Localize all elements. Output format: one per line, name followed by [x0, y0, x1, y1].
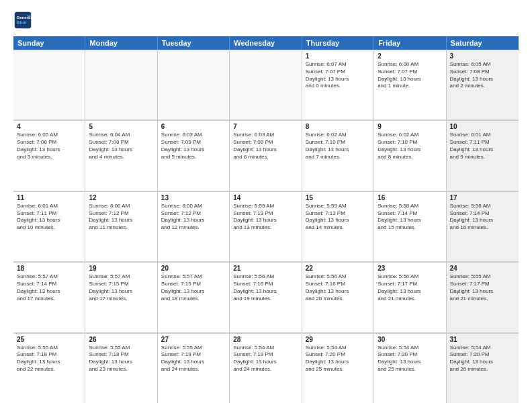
day-info: Sunrise: 5:58 AM Sunset: 7:14 PM Dayligh…	[378, 203, 442, 232]
day-cell-20: 20Sunrise: 5:57 AM Sunset: 7:15 PM Dayli…	[158, 262, 230, 332]
day-info: Sunrise: 5:55 AM Sunset: 7:18 PM Dayligh…	[89, 345, 153, 373]
day-info: Sunrise: 6:01 AM Sunset: 7:11 PM Dayligh…	[17, 203, 81, 232]
calendar-row-0: 1Sunrise: 6:07 AM Sunset: 7:07 PM Daylig…	[13, 50, 519, 120]
day-cell-10: 10Sunrise: 6:01 AM Sunset: 7:11 PM Dayli…	[447, 120, 519, 190]
day-number: 19	[89, 265, 153, 272]
day-number: 2	[378, 52, 442, 60]
day-cell-31: 31Sunrise: 5:54 AM Sunset: 7:20 PM Dayli…	[447, 333, 519, 403]
day-info: Sunrise: 5:57 AM Sunset: 7:14 PM Dayligh…	[17, 273, 81, 302]
day-number: 4	[17, 123, 81, 130]
calendar-row-2: 11Sunrise: 6:01 AM Sunset: 7:11 PM Dayli…	[13, 191, 519, 262]
day-number: 30	[378, 336, 442, 343]
calendar-row-3: 18Sunrise: 5:57 AM Sunset: 7:14 PM Dayli…	[13, 262, 519, 332]
day-info: Sunrise: 6:03 AM Sunset: 7:09 PM Dayligh…	[161, 132, 226, 161]
day-cell-6: 6Sunrise: 6:03 AM Sunset: 7:09 PM Daylig…	[158, 120, 230, 190]
calendar-body: 1Sunrise: 6:07 AM Sunset: 7:07 PM Daylig…	[13, 50, 519, 403]
day-cell-22: 22Sunrise: 5:56 AM Sunset: 7:16 PM Dayli…	[302, 262, 374, 332]
day-cell-5: 5Sunrise: 6:04 AM Sunset: 7:08 PM Daylig…	[85, 120, 157, 190]
day-number: 7	[233, 123, 298, 130]
day-info: Sunrise: 5:57 AM Sunset: 7:15 PM Dayligh…	[161, 273, 226, 302]
day-number: 18	[17, 265, 81, 272]
day-number: 17	[450, 194, 515, 201]
day-cell-11: 11Sunrise: 6:01 AM Sunset: 7:11 PM Dayli…	[13, 191, 85, 261]
day-info: Sunrise: 5:55 AM Sunset: 7:17 PM Dayligh…	[450, 273, 515, 302]
day-cell-28: 28Sunrise: 5:54 AM Sunset: 7:19 PM Dayli…	[230, 333, 302, 403]
day-number: 5	[89, 123, 153, 130]
day-cell-26: 26Sunrise: 5:55 AM Sunset: 7:18 PM Dayli…	[85, 333, 157, 403]
day-number: 23	[378, 265, 442, 272]
weekday-header-sunday: Sunday	[13, 36, 85, 50]
day-cell-14: 14Sunrise: 5:59 AM Sunset: 7:13 PM Dayli…	[230, 191, 302, 261]
day-cell-2: 2Sunrise: 6:06 AM Sunset: 7:07 PM Daylig…	[374, 50, 446, 120]
header: General Blue	[13, 11, 519, 30]
day-number: 16	[378, 194, 442, 201]
day-info: Sunrise: 6:00 AM Sunset: 7:12 PM Dayligh…	[161, 203, 226, 232]
day-cell-18: 18Sunrise: 5:57 AM Sunset: 7:14 PM Dayli…	[13, 262, 85, 332]
day-info: Sunrise: 5:55 AM Sunset: 7:18 PM Dayligh…	[17, 345, 81, 373]
day-info: Sunrise: 5:55 AM Sunset: 7:19 PM Dayligh…	[161, 345, 226, 373]
page: General Blue SundayMondayTuesdayWednesda…	[0, 0, 532, 411]
calendar: SundayMondayTuesdayWednesdayThursdayFrid…	[13, 36, 519, 403]
weekday-header-saturday: Saturday	[447, 36, 519, 50]
day-cell-13: 13Sunrise: 6:00 AM Sunset: 7:12 PM Dayli…	[158, 191, 230, 261]
weekday-header-tuesday: Tuesday	[158, 36, 230, 50]
day-info: Sunrise: 6:03 AM Sunset: 7:09 PM Dayligh…	[233, 132, 298, 161]
day-cell-17: 17Sunrise: 5:58 AM Sunset: 7:14 PM Dayli…	[447, 191, 519, 261]
day-info: Sunrise: 6:01 AM Sunset: 7:11 PM Dayligh…	[450, 132, 515, 161]
day-cell-3: 3Sunrise: 6:05 AM Sunset: 7:08 PM Daylig…	[447, 50, 519, 120]
logo-icon: General Blue	[13, 11, 32, 30]
day-cell-9: 9Sunrise: 6:02 AM Sunset: 7:10 PM Daylig…	[374, 120, 446, 190]
day-number: 27	[161, 336, 226, 343]
weekday-header-monday: Monday	[85, 36, 157, 50]
day-cell-4: 4Sunrise: 6:05 AM Sunset: 7:08 PM Daylig…	[13, 120, 85, 190]
day-info: Sunrise: 6:04 AM Sunset: 7:08 PM Dayligh…	[89, 132, 153, 161]
logo: General Blue	[13, 11, 36, 30]
calendar-row-4: 25Sunrise: 5:55 AM Sunset: 7:18 PM Dayli…	[13, 333, 519, 403]
day-info: Sunrise: 6:05 AM Sunset: 7:08 PM Dayligh…	[450, 61, 515, 90]
svg-text:Blue: Blue	[16, 20, 26, 25]
calendar-row-1: 4Sunrise: 6:05 AM Sunset: 7:08 PM Daylig…	[13, 120, 519, 191]
day-info: Sunrise: 6:07 AM Sunset: 7:07 PM Dayligh…	[306, 61, 370, 90]
day-number: 1	[306, 52, 370, 60]
day-number: 10	[450, 123, 515, 130]
empty-cell	[85, 50, 157, 120]
day-info: Sunrise: 5:56 AM Sunset: 7:16 PM Dayligh…	[306, 273, 370, 302]
day-cell-12: 12Sunrise: 6:00 AM Sunset: 7:12 PM Dayli…	[85, 191, 157, 261]
day-info: Sunrise: 5:54 AM Sunset: 7:20 PM Dayligh…	[450, 345, 515, 373]
weekday-header-friday: Friday	[374, 36, 446, 50]
day-cell-24: 24Sunrise: 5:55 AM Sunset: 7:17 PM Dayli…	[447, 262, 519, 332]
day-info: Sunrise: 6:05 AM Sunset: 7:08 PM Dayligh…	[17, 132, 81, 161]
day-number: 31	[450, 336, 515, 343]
day-number: 9	[378, 123, 442, 130]
day-info: Sunrise: 6:00 AM Sunset: 7:12 PM Dayligh…	[89, 203, 153, 232]
day-info: Sunrise: 5:56 AM Sunset: 7:16 PM Dayligh…	[233, 273, 298, 302]
day-info: Sunrise: 5:54 AM Sunset: 7:20 PM Dayligh…	[378, 345, 442, 373]
day-number: 12	[89, 194, 153, 201]
weekday-header-wednesday: Wednesday	[230, 36, 302, 50]
day-number: 13	[161, 194, 226, 201]
day-number: 28	[233, 336, 298, 343]
day-cell-23: 23Sunrise: 5:56 AM Sunset: 7:17 PM Dayli…	[374, 262, 446, 332]
day-number: 11	[17, 194, 81, 201]
day-number: 6	[161, 123, 226, 130]
day-number: 14	[233, 194, 298, 201]
day-cell-1: 1Sunrise: 6:07 AM Sunset: 7:07 PM Daylig…	[302, 50, 374, 120]
empty-cell	[230, 50, 302, 120]
empty-cell	[13, 50, 85, 120]
day-number: 29	[306, 336, 370, 343]
day-number: 22	[306, 265, 370, 272]
day-cell-7: 7Sunrise: 6:03 AM Sunset: 7:09 PM Daylig…	[230, 120, 302, 190]
day-cell-30: 30Sunrise: 5:54 AM Sunset: 7:20 PM Dayli…	[374, 333, 446, 403]
day-info: Sunrise: 6:02 AM Sunset: 7:10 PM Dayligh…	[306, 132, 370, 161]
day-cell-19: 19Sunrise: 5:57 AM Sunset: 7:15 PM Dayli…	[85, 262, 157, 332]
day-cell-21: 21Sunrise: 5:56 AM Sunset: 7:16 PM Dayli…	[230, 262, 302, 332]
day-number: 26	[89, 336, 153, 343]
day-info: Sunrise: 5:57 AM Sunset: 7:15 PM Dayligh…	[89, 273, 153, 302]
day-cell-25: 25Sunrise: 5:55 AM Sunset: 7:18 PM Dayli…	[13, 333, 85, 403]
day-number: 25	[17, 336, 81, 343]
calendar-header: SundayMondayTuesdayWednesdayThursdayFrid…	[13, 36, 519, 50]
day-number: 21	[233, 265, 298, 272]
empty-cell	[158, 50, 230, 120]
day-cell-29: 29Sunrise: 5:54 AM Sunset: 7:20 PM Dayli…	[302, 333, 374, 403]
day-info: Sunrise: 5:54 AM Sunset: 7:20 PM Dayligh…	[306, 345, 370, 373]
